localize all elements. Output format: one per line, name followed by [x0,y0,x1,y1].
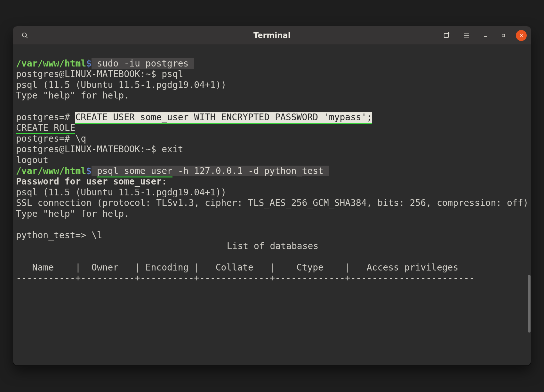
prompt-dollar: $ [86,58,92,69]
psql-create-user-line: postgres=# CREATE USER some_user WITH EN… [16,112,372,124]
terminal-window: Terminal [13,26,531,366]
password-prompt: Password for user some_user: [16,176,167,187]
close-button[interactable] [516,30,527,41]
prompt-line-1: /var/www/html$ sudo -iu postgres [16,58,194,69]
maximize-icon [501,33,506,38]
search-button[interactable] [19,29,31,42]
output-line: psql (11.5 (Ubuntu 11.5-1.pgdg19.04+1)) [16,80,226,90]
output-line: psql (11.5 (Ubuntu 11.5-1.pgdg19.04+1)) [16,187,226,198]
prompt-dollar: $ [86,166,92,176]
minimize-button[interactable] [480,30,491,41]
new-tab-button[interactable] [440,29,453,42]
hamburger-icon [463,32,470,39]
psql-prompt: postgres=# [16,112,75,122]
command-sudo-postgres: sudo -iu postgres [92,58,194,69]
hamburger-menu-button[interactable] [460,29,473,42]
titlebar: Terminal [13,26,531,45]
output-line: postgres@LINUX-MATEBOOK:~$ exit [16,144,183,154]
db-list-rule: -----------+----------+----------+------… [16,273,475,283]
svg-rect-9 [502,34,505,37]
output-line: SSL connection (protocol: TLSv1.3, ciphe… [16,198,528,208]
new-tab-icon [443,32,450,39]
psql-quit-line: postgres=# \q [16,133,86,144]
output-line: Type "help" for help. [16,208,129,219]
db-list-header: Name | Owner | Encoding | Collate | Ctyp… [16,262,458,273]
output-line: logout [16,155,48,165]
minimize-icon [483,33,488,38]
db-list-title: List of databases [16,241,529,252]
sql-create-role-response: CREATE ROLE [16,122,75,134]
psql-list-command: python_test=> \l [16,230,102,240]
scrollbar-thumb[interactable] [528,275,531,333]
output-line: Type "help" for help. [16,90,129,101]
sql-create-user-selected: CREATE USER some_user WITH ENCRYPTED PAS… [75,112,372,124]
prompt-path: /var/www/html [16,166,86,176]
svg-point-0 [22,33,27,37]
svg-rect-2 [444,33,449,37]
svg-line-1 [26,36,28,38]
search-icon [21,32,28,39]
close-icon [519,33,524,38]
output-line: postgres@LINUX-MATEBOOK:~$ psql [16,69,183,79]
command-psql-connect: psql some_user -h 127.0.0.1 -d python_te… [92,166,329,176]
maximize-button[interactable] [498,30,509,41]
terminal-output[interactable]: /var/www/html$ sudo -iu postgres postgre… [13,45,531,366]
prompt-path: /var/www/html [16,58,86,69]
prompt-line-2: /var/www/html$ psql some_user -h 127.0.0… [16,166,329,176]
